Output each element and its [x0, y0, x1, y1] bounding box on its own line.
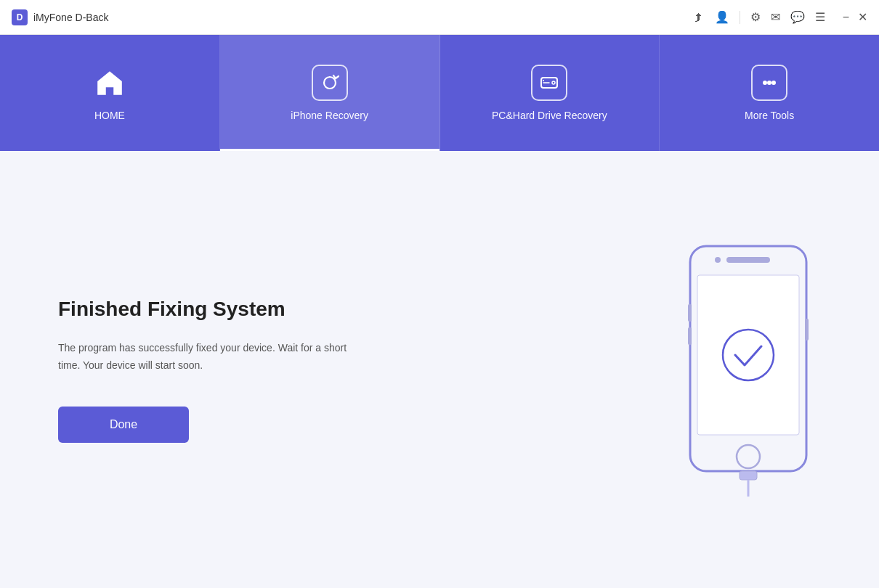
divider	[740, 11, 740, 24]
nav-label-home: HOME	[94, 110, 125, 121]
svg-point-1	[552, 81, 555, 84]
app-title: iMyFone D-Back	[33, 12, 108, 23]
home-icon	[92, 65, 128, 101]
svg-rect-8	[697, 275, 799, 435]
svg-point-4	[763, 81, 766, 84]
nav-label-pc-harddrive: PC&Hard Drive Recovery	[492, 110, 607, 121]
share-icon[interactable]: ⮭	[693, 11, 705, 24]
done-button[interactable]: Done	[58, 407, 189, 443]
nav-item-more-tools[interactable]: More Tools	[660, 35, 879, 151]
settings-icon[interactable]: ⚙	[750, 10, 761, 24]
more-tools-icon	[751, 65, 787, 101]
nav-label-more-tools: More Tools	[745, 110, 794, 121]
phone-svg	[676, 239, 821, 500]
menu-icon[interactable]: ☰	[815, 10, 825, 24]
iphone-recovery-icon	[312, 65, 348, 101]
svg-point-6	[772, 81, 775, 84]
nav-item-home[interactable]: HOME	[0, 35, 220, 151]
nav-item-pc-harddrive[interactable]: PC&Hard Drive Recovery	[440, 35, 660, 151]
hdd-icon	[531, 65, 567, 101]
main-title: Finished Fixing System	[58, 296, 647, 322]
title-bar-left: D iMyFone D-Back	[12, 9, 108, 25]
main-description: The program has successfully fixed your …	[58, 340, 363, 375]
svg-point-5	[768, 81, 771, 84]
svg-rect-9	[726, 257, 770, 263]
nav-item-iphone-recovery[interactable]: iPhone Recovery	[220, 35, 440, 151]
svg-rect-17	[805, 319, 809, 340]
nav-bar: HOME iPhone Recovery PC&Hard Drive Recov…	[0, 35, 879, 151]
chat-icon[interactable]: 💬	[790, 10, 805, 24]
user-icon[interactable]: 👤	[715, 10, 729, 24]
app-logo: D	[12, 9, 28, 25]
title-bar: D iMyFone D-Back ⮭ 👤 ⚙ ✉ 💬 ☰ − ✕	[0, 0, 879, 35]
nav-label-iphone-recovery: iPhone Recovery	[291, 110, 368, 121]
main-content: Finished Fixing System The program has s…	[0, 151, 879, 588]
svg-point-10	[715, 257, 721, 263]
window-controls: − ✕	[843, 10, 867, 24]
svg-rect-15	[688, 304, 692, 322]
close-button[interactable]: ✕	[858, 10, 867, 24]
content-left: Finished Fixing System The program has s…	[58, 296, 676, 443]
svg-rect-16	[688, 327, 692, 345]
phone-illustration	[676, 239, 821, 500]
mail-icon[interactable]: ✉	[771, 10, 780, 24]
minimize-button[interactable]: −	[843, 11, 849, 24]
svg-point-11	[737, 445, 760, 468]
title-bar-right: ⮭ 👤 ⚙ ✉ 💬 ☰ − ✕	[693, 10, 867, 24]
svg-rect-13	[740, 471, 757, 480]
